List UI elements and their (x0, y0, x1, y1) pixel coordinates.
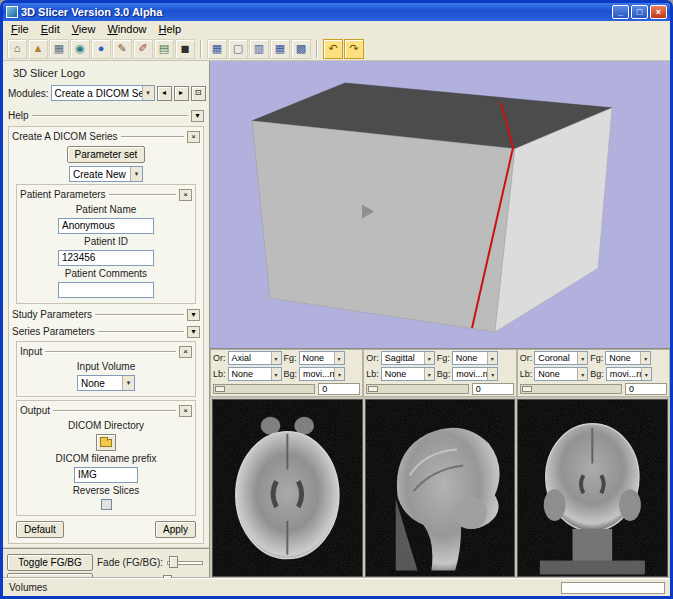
patient-name-label: Patient Name (76, 204, 137, 215)
fiducials-module-icon[interactable]: ● (91, 39, 111, 59)
slider-groove[interactable] (213, 384, 315, 394)
slider-thumb[interactable] (368, 386, 378, 392)
menu-window[interactable]: Window (101, 23, 152, 35)
foreground-value: None (606, 353, 640, 363)
home-icon[interactable]: ⌂ (7, 39, 27, 59)
module-panel: 3D Slicer Logo Modules: Create a DICOM S… (3, 61, 210, 578)
patient-frame-close-button[interactable]: × (179, 189, 192, 201)
chevron-down-icon[interactable]: ▾ (271, 352, 281, 364)
layout-3d-only-icon[interactable]: ▢ (228, 39, 248, 59)
module-prev-button[interactable]: ◂ (157, 86, 172, 101)
orientation-combo[interactable]: Axial ▾ (228, 351, 282, 365)
dicom-directory-button[interactable] (96, 434, 116, 451)
menu-view[interactable]: View (66, 23, 102, 35)
output-frame-close-button[interactable]: × (179, 405, 192, 417)
chevron-down-icon[interactable]: ▾ (122, 376, 134, 390)
foreground-combo[interactable]: None ▾ (452, 351, 498, 365)
background-combo[interactable]: movi...rrd ▾ (452, 367, 498, 381)
layout-four-up-icon[interactable]: ▥ (249, 39, 269, 59)
chevron-down-icon[interactable]: ▾ (130, 167, 142, 181)
slice-view-coronal[interactable] (517, 399, 668, 577)
slider-thumb[interactable] (215, 386, 225, 392)
slider-groove[interactable] (520, 384, 622, 394)
slider-thumb[interactable] (522, 386, 532, 392)
colors-module-icon[interactable]: ▤ (154, 39, 174, 59)
modules-combo[interactable]: Create a DICOM Series ▾ (51, 85, 155, 101)
frame-close-button[interactable]: × (187, 131, 200, 143)
label-combo[interactable]: None ▾ (228, 367, 282, 381)
slice-offset-value[interactable]: 0 (472, 383, 514, 395)
foreground-combo[interactable]: None ▾ (299, 351, 345, 365)
close-button[interactable]: × (650, 5, 667, 19)
help-collapse-button[interactable]: ▾ (191, 110, 204, 122)
series-collapse-button[interactable]: ▾ (187, 326, 200, 338)
patient-id-field[interactable]: 123456 (58, 250, 154, 266)
chevron-down-icon[interactable]: ▾ (577, 368, 587, 380)
layout-tabbed-icon[interactable]: ▦ (270, 39, 290, 59)
module-next-button[interactable]: ▸ (174, 86, 189, 101)
module-history-button[interactable]: ⊡ (191, 86, 206, 101)
slice-view-axial[interactable] (212, 399, 363, 577)
layout-conventional-icon[interactable]: ▦ (207, 39, 227, 59)
chevron-down-icon[interactable]: ▾ (640, 352, 650, 364)
chevron-down-icon[interactable]: ▾ (271, 368, 281, 380)
chevron-down-icon[interactable]: ▾ (487, 352, 497, 364)
toggle-fgbg-button[interactable]: Toggle FG/BG (7, 554, 93, 571)
dicom-prefix-field[interactable]: IMG (74, 467, 138, 483)
reverse-slices-checkbox[interactable] (101, 499, 112, 510)
study-collapse-button[interactable]: ▾ (187, 309, 200, 321)
parameter-set-button[interactable]: Parameter set (67, 146, 146, 163)
screen-capture-icon[interactable]: ◼ (175, 39, 195, 59)
label-combo[interactable]: None ▾ (534, 367, 588, 381)
foreground-combo[interactable]: None ▾ (605, 351, 651, 365)
background-combo[interactable]: movi...rrd ▾ (299, 367, 345, 381)
slice-view-sagittal[interactable] (365, 399, 516, 577)
chevron-down-icon[interactable]: ▾ (641, 368, 651, 380)
foreground-value: None (453, 353, 487, 363)
slice-offset-value[interactable]: 0 (625, 383, 667, 395)
orientation-combo[interactable]: Sagittal ▾ (381, 351, 435, 365)
maximize-button[interactable]: □ (631, 5, 648, 19)
models-module-icon[interactable]: ◉ (70, 39, 90, 59)
fade-slider[interactable] (167, 556, 203, 569)
slice-offset-value[interactable]: 0 (318, 383, 360, 395)
slider-groove[interactable] (366, 384, 468, 394)
opacity-slider[interactable] (161, 575, 203, 578)
series-parameters-label: Series Parameters (12, 326, 95, 337)
input-volume-combo[interactable]: None ▾ (77, 375, 135, 391)
parameter-set-combo[interactable]: Create New ▾ (69, 166, 143, 182)
patient-comments-field[interactable] (58, 282, 154, 298)
default-button[interactable]: Default (16, 521, 64, 538)
chevron-down-icon[interactable]: ▾ (577, 352, 587, 364)
background-combo[interactable]: movi...rrd ▾ (606, 367, 652, 381)
label-combo[interactable]: None ▾ (381, 367, 435, 381)
slider-thumb[interactable] (169, 556, 178, 568)
slice-offset-slider: 0 (520, 383, 667, 395)
menu-help[interactable]: Help (153, 23, 188, 35)
chevron-down-icon[interactable]: ▾ (424, 352, 434, 364)
menu-file[interactable]: File (5, 23, 35, 35)
data-module-icon[interactable]: ▲ (28, 39, 48, 59)
orientation-combo[interactable]: Coronal ▾ (534, 351, 588, 365)
minimize-button[interactable]: _ (612, 5, 629, 19)
volumes-module-icon[interactable]: ▦ (49, 39, 69, 59)
editor-module-icon[interactable]: ✎ (112, 39, 132, 59)
app-window: 3D Slicer Version 3.0 Alpha _ □ × File E… (0, 0, 673, 599)
chevron-down-icon[interactable]: ▾ (487, 368, 497, 380)
chevron-down-icon[interactable]: ▾ (334, 368, 344, 380)
layout-lightbox-icon[interactable]: ▩ (291, 39, 311, 59)
slice-offset-slider: 0 (213, 383, 360, 395)
measurements-module-icon[interactable]: ✐ (133, 39, 153, 59)
patient-comments-row: Patient Comments (23, 268, 189, 298)
undo-icon[interactable]: ↶ (323, 39, 343, 59)
slider-thumb[interactable] (163, 575, 172, 578)
chevron-down-icon[interactable]: ▾ (334, 352, 344, 364)
patient-name-field[interactable]: Anonymous (58, 218, 154, 234)
view-3d[interactable] (210, 61, 670, 349)
chevron-down-icon[interactable]: ▾ (424, 368, 434, 380)
apply-button[interactable]: Apply (155, 521, 196, 538)
chevron-down-icon[interactable]: ▾ (142, 86, 154, 100)
input-frame-close-button[interactable]: × (179, 346, 192, 358)
menu-edit[interactable]: Edit (35, 23, 66, 35)
redo-icon[interactable]: ↷ (344, 39, 364, 59)
